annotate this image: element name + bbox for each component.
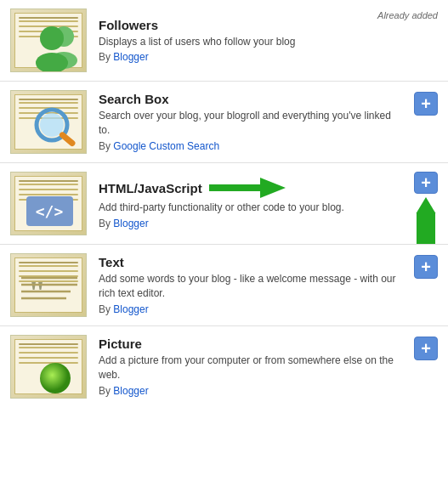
picture-by: By Blogger	[99, 385, 404, 397]
followers-icon	[11, 9, 87, 72]
followers-title: Followers	[99, 18, 404, 32]
arrow-up-annotation	[416, 197, 436, 244]
already-added-badge: Already added	[377, 10, 438, 20]
html-javascript-by-link[interactable]: Blogger	[113, 218, 148, 229]
followers-by-link[interactable]: Blogger	[113, 51, 148, 63]
svg-text:</>: </>	[36, 202, 64, 220]
svg-point-2	[40, 26, 64, 50]
picture-icon	[11, 336, 87, 399]
widget-item-text: " Text Add some words to your blog - lik…	[0, 245, 448, 326]
picture-info: Picture Add a picture from your computer…	[99, 337, 438, 397]
search-thumbnail	[10, 90, 87, 154]
followers-thumbnail	[10, 8, 87, 72]
search-box-title: Search Box	[99, 92, 404, 106]
svg-marker-9	[209, 178, 286, 198]
picture-title: Picture	[99, 337, 404, 351]
picture-add-button[interactable]: +	[414, 337, 438, 360]
arrow-left-annotation	[209, 178, 286, 198]
widget-item-picture: Picture Add a picture from your computer…	[0, 326, 448, 407]
html-javascript-desc: Add third-party functionality or other c…	[99, 201, 404, 215]
followers-info: Followers Displays a list of users who f…	[99, 18, 438, 64]
search-box-add-button[interactable]: +	[414, 92, 438, 116]
html-javascript-add-button[interactable]: +	[414, 172, 438, 194]
picture-by-link[interactable]: Blogger	[113, 385, 148, 397]
text-by: By Blogger	[99, 303, 404, 315]
text-desc: Add some words to your blog - like a wel…	[99, 272, 404, 301]
html-javascript-by: By Blogger	[99, 218, 404, 229]
widget-list: Followers Displays a list of users who f…	[0, 0, 448, 407]
html-thumbnail: </>	[10, 172, 87, 235]
followers-by: By Blogger	[99, 51, 404, 63]
widget-item-search-box: Search Box Search over your blog, your b…	[0, 82, 448, 163]
search-box-info: Search Box Search over your blog, your b…	[99, 92, 438, 152]
search-box-by: By Google Custom Search	[99, 140, 404, 152]
text-icon: "	[11, 254, 87, 317]
html-add-area: +	[414, 163, 438, 244]
picture-thumbnail	[10, 335, 87, 399]
html-icon: </>	[11, 173, 87, 235]
widget-item-html-javascript: </> HTML/JavaScript Add third-party func…	[0, 163, 448, 245]
svg-marker-10	[417, 197, 435, 244]
followers-desc: Displays a list of users who follow your…	[99, 35, 404, 49]
html-javascript-title: HTML/JavaScript	[99, 178, 404, 198]
text-by-link[interactable]: Blogger	[113, 303, 148, 315]
widget-item-followers: Followers Displays a list of users who f…	[0, 0, 448, 82]
search-box-desc: Search over your blog, your blogroll and…	[99, 109, 404, 138]
svg-point-3	[36, 53, 68, 72]
html-javascript-info: HTML/JavaScript Add third-party function…	[99, 178, 438, 229]
text-info: Text Add some words to your blog - like …	[99, 255, 438, 315]
search-box-by-link[interactable]: Google Custom Search	[113, 140, 219, 152]
text-add-button[interactable]: +	[414, 255, 438, 279]
picture-desc: Add a picture from your computer or from…	[99, 354, 404, 382]
svg-point-16	[40, 363, 71, 393]
text-thumbnail: "	[10, 253, 87, 317]
search-icon	[11, 91, 87, 154]
text-title: Text	[99, 255, 404, 269]
